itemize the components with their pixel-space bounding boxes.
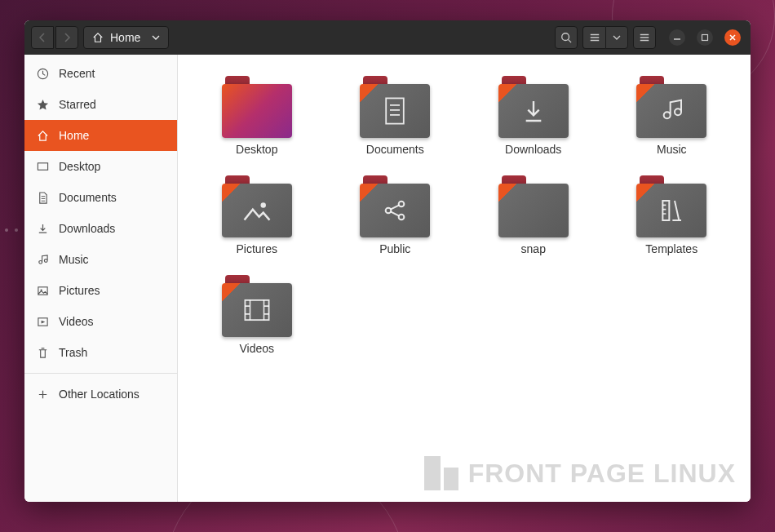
folder-icon <box>498 76 569 138</box>
sidebar-item-label: Recent <box>59 67 95 80</box>
folder-snap[interactable]: snap <box>474 171 593 260</box>
watermark-text: FRONT PAGE LINUX <box>468 459 736 489</box>
ruler-icon <box>658 197 684 224</box>
folder-templates[interactable]: Templates <box>613 171 732 260</box>
picture-icon <box>242 198 272 223</box>
watermark: FRONT PAGE LINUX <box>424 456 736 490</box>
breadcrumb-label: Home <box>110 31 140 44</box>
document-icon <box>36 192 49 204</box>
document-icon <box>383 96 407 126</box>
close-button[interactable] <box>724 29 741 46</box>
titlebar: Home <box>24 20 751 55</box>
folder-public[interactable]: Public <box>336 171 455 260</box>
folder-icon <box>360 76 430 138</box>
list-view-button[interactable] <box>582 26 605 49</box>
svg-rect-1 <box>702 35 708 41</box>
minimize-button[interactable] <box>669 29 685 46</box>
minimize-icon <box>673 33 681 42</box>
home-icon <box>92 32 104 43</box>
svg-rect-13 <box>245 300 268 320</box>
search-icon <box>560 32 572 43</box>
search-button[interactable] <box>555 26 578 49</box>
sidebar-item-label: Home <box>59 129 89 142</box>
trash-icon <box>36 347 49 359</box>
svg-rect-7 <box>386 98 404 123</box>
sidebar-item-label: Pictures <box>59 284 100 297</box>
folder-label: Pictures <box>236 242 277 255</box>
folder-music[interactable]: Music <box>613 71 732 161</box>
sidebar-item-pictures[interactable]: Pictures <box>24 275 177 306</box>
sidebar-item-other-locations[interactable]: Other Locations <box>24 379 177 410</box>
sidebar-item-label: Other Locations <box>59 388 140 401</box>
sidebar-item-music[interactable]: Music <box>24 244 177 275</box>
music-icon <box>36 254 49 266</box>
svg-point-9 <box>386 208 392 214</box>
sidebar-item-downloads[interactable]: Downloads <box>24 213 177 244</box>
sidebar-item-trash[interactable]: Trash <box>24 337 177 368</box>
sidebar-item-recent[interactable]: Recent <box>24 58 177 89</box>
sidebar-item-desktop[interactable]: Desktop <box>24 151 177 182</box>
sidebar-item-home[interactable]: Home <box>24 120 177 151</box>
clock-icon <box>36 68 49 80</box>
watermark-logo-icon <box>424 456 458 490</box>
home-icon <box>36 130 49 142</box>
back-button[interactable] <box>31 26 54 49</box>
share-icon <box>382 197 408 224</box>
sidebar-item-videos[interactable]: Videos <box>24 306 177 337</box>
forward-button[interactable] <box>55 26 78 49</box>
download-icon <box>36 223 49 235</box>
sidebar-item-label: Starred <box>59 98 96 111</box>
chevron-down-icon <box>613 34 621 41</box>
hamburger-menu-button[interactable] <box>633 26 656 49</box>
window-body: Recent Starred Home Desktop Documents Do… <box>24 55 751 502</box>
folder-downloads[interactable]: Downloads <box>474 71 593 161</box>
content-area: Desktop Documents Downloads <box>178 55 751 502</box>
picture-icon <box>36 285 49 297</box>
nav-buttons <box>31 26 78 49</box>
file-manager-window: Home <box>24 20 751 502</box>
folder-label: Templates <box>645 242 698 255</box>
folder-label: Desktop <box>236 143 277 156</box>
desktop-icon <box>36 161 49 173</box>
svg-rect-4 <box>38 286 46 294</box>
maximize-button[interactable] <box>697 29 713 46</box>
breadcrumb[interactable]: Home <box>83 26 169 49</box>
hamburger-icon <box>639 32 650 43</box>
close-icon <box>728 33 737 42</box>
folder-videos[interactable]: Videos <box>197 270 317 360</box>
folder-label: Music <box>657 143 687 156</box>
chevron-left-icon <box>38 33 46 42</box>
download-icon <box>520 98 547 124</box>
sidebar-item-label: Documents <box>59 191 117 204</box>
folder-icon <box>222 175 292 237</box>
svg-rect-12 <box>663 201 670 220</box>
film-icon <box>243 298 271 322</box>
folder-icon <box>222 275 292 337</box>
folder-icon <box>222 76 292 138</box>
sidebar-item-label: Music <box>59 253 89 266</box>
folder-label: snap <box>521 242 546 255</box>
sidebar-separator <box>24 373 177 374</box>
folder-label: Downloads <box>505 143 561 156</box>
view-mode-group <box>582 26 628 49</box>
chevron-down-icon <box>152 34 160 41</box>
folder-documents[interactable]: Documents <box>336 71 455 161</box>
view-options-button[interactable] <box>605 26 628 49</box>
folder-desktop[interactable]: Desktop <box>197 71 317 161</box>
sidebar-item-documents[interactable]: Documents <box>24 182 177 213</box>
folder-icon <box>498 175 569 237</box>
svg-point-10 <box>399 202 405 207</box>
sidebar-item-label: Desktop <box>59 160 100 173</box>
svg-rect-3 <box>38 162 47 169</box>
sidebar: Recent Starred Home Desktop Documents Do… <box>24 55 178 502</box>
folder-pictures[interactable]: Pictures <box>197 171 317 260</box>
star-icon <box>36 99 49 111</box>
svg-point-0 <box>562 33 569 41</box>
sidebar-item-starred[interactable]: Starred <box>24 89 177 120</box>
chevron-right-icon <box>63 33 71 42</box>
sidebar-item-label: Videos <box>59 315 94 328</box>
sidebar-item-label: Downloads <box>59 222 115 235</box>
svg-point-8 <box>260 202 265 207</box>
folder-label: Documents <box>366 143 424 156</box>
window-controls <box>669 29 741 46</box>
